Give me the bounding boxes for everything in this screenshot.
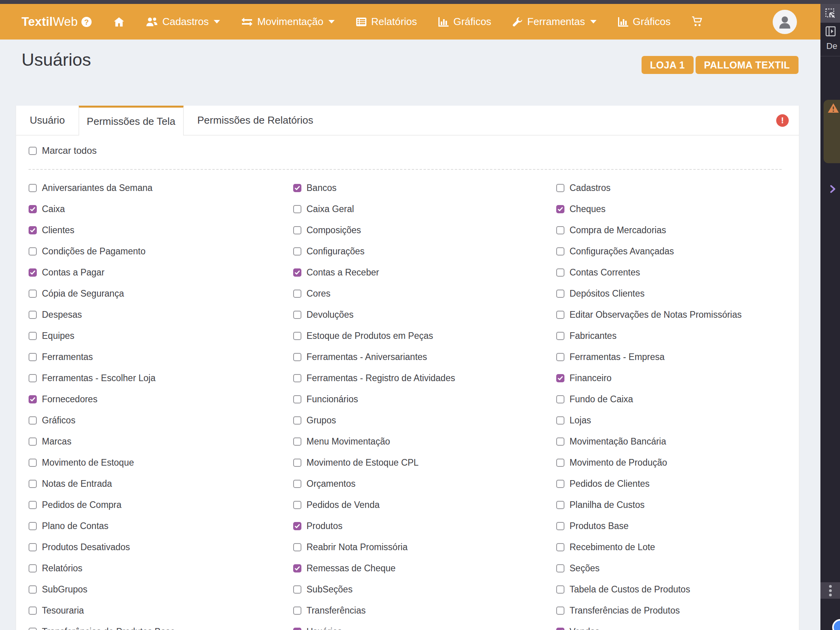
- nav-ferramentas[interactable]: Ferramentas: [512, 16, 596, 28]
- nav-movimentacao[interactable]: Movimentação: [241, 16, 335, 28]
- tab-usuario[interactable]: Usuário: [16, 106, 79, 135]
- permission-checkbox[interactable]: [29, 480, 37, 488]
- permission-item[interactable]: Caixa: [29, 204, 65, 214]
- permission-checkbox[interactable]: [556, 395, 564, 403]
- permission-checkbox[interactable]: [293, 607, 301, 615]
- permission-checkbox[interactable]: [29, 374, 37, 382]
- permission-checkbox[interactable]: [29, 268, 37, 277]
- permission-item[interactable]: Financeiro: [556, 373, 611, 383]
- permission-item[interactable]: Compra de Mercadorias: [556, 225, 666, 236]
- permission-item[interactable]: Pedidos de Clientes: [556, 479, 650, 489]
- permission-item[interactable]: Editar Observações de Notas Promissórias: [556, 310, 742, 320]
- help-icon[interactable]: ?: [81, 17, 92, 27]
- permission-checkbox[interactable]: [29, 247, 37, 256]
- permission-item[interactable]: Funcionários: [293, 394, 358, 405]
- permission-item[interactable]: Configurações Avançadas: [556, 246, 674, 257]
- permission-item[interactable]: Grupos: [293, 415, 336, 426]
- permission-checkbox[interactable]: [556, 501, 564, 509]
- permission-item[interactable]: SubSeções: [293, 584, 353, 595]
- permission-item[interactable]: Despesas: [29, 310, 82, 320]
- permission-checkbox[interactable]: [29, 628, 37, 630]
- permission-checkbox[interactable]: [293, 437, 301, 446]
- permission-checkbox[interactable]: [556, 564, 564, 572]
- permission-item[interactable]: Gráficos: [29, 415, 76, 426]
- tab-permissoes-relatorios[interactable]: Permissões de Relatórios: [184, 106, 327, 135]
- permission-item[interactable]: Planilha de Custos: [556, 500, 645, 510]
- permission-checkbox[interactable]: [29, 607, 37, 615]
- permission-item[interactable]: Movimento de Estoque CPL: [293, 457, 418, 468]
- permission-item[interactable]: Fornecedores: [29, 394, 97, 405]
- permission-checkbox[interactable]: [293, 268, 301, 277]
- nav-graficos[interactable]: Gráficos: [438, 16, 491, 28]
- permission-item[interactable]: Produtos Desativados: [29, 542, 130, 553]
- permission-checkbox[interactable]: [293, 628, 301, 630]
- permission-item[interactable]: Produtos Base: [556, 521, 629, 531]
- permission-item[interactable]: Ferramentas - Registro de Atividades: [293, 373, 455, 383]
- permission-checkbox[interactable]: [29, 290, 37, 298]
- permission-checkbox[interactable]: [293, 459, 301, 467]
- permission-checkbox[interactable]: [556, 374, 564, 382]
- permission-item[interactable]: Composições: [293, 225, 361, 236]
- permission-checkbox[interactable]: [556, 247, 564, 256]
- nav-cart[interactable]: [692, 16, 703, 27]
- permission-item[interactable]: Cópia de Segurança: [29, 288, 124, 299]
- permission-checkbox[interactable]: [293, 332, 301, 340]
- nav-home[interactable]: [114, 17, 124, 27]
- permission-checkbox[interactable]: [556, 543, 564, 551]
- expand-chevron[interactable]: [830, 185, 836, 195]
- permission-checkbox[interactable]: [293, 290, 301, 298]
- permission-checkbox[interactable]: [556, 480, 564, 488]
- permission-checkbox[interactable]: [293, 543, 301, 551]
- permission-item[interactable]: Cheques: [556, 204, 606, 214]
- permission-item[interactable]: Movimento de Produção: [556, 457, 667, 468]
- permission-checkbox[interactable]: [29, 416, 37, 425]
- permission-checkbox[interactable]: [556, 205, 564, 213]
- permission-checkbox[interactable]: [29, 353, 37, 361]
- permission-item[interactable]: Fundo de Caixa: [556, 394, 633, 405]
- permission-item[interactable]: Ferramentas - Aniversariantes: [293, 352, 427, 362]
- user-avatar[interactable]: [773, 10, 797, 34]
- select-all-row[interactable]: Marcar todos: [29, 145, 97, 156]
- permission-checkbox[interactable]: [29, 459, 37, 467]
- permission-item[interactable]: Relatórios: [29, 563, 83, 574]
- permission-checkbox[interactable]: [29, 543, 37, 551]
- permission-item[interactable]: Remessas de Cheque: [293, 563, 396, 574]
- permission-checkbox[interactable]: [556, 459, 564, 467]
- permission-item[interactable]: Transferências: [293, 605, 366, 616]
- permission-item[interactable]: Transferências de Produtos Base: [29, 626, 175, 630]
- permission-item[interactable]: Usuários: [293, 626, 342, 630]
- permission-checkbox[interactable]: [293, 226, 301, 234]
- permission-checkbox[interactable]: [29, 205, 37, 213]
- permission-item[interactable]: Orçamentos: [293, 479, 355, 489]
- permission-item[interactable]: Ferramentas: [29, 352, 93, 362]
- permission-checkbox[interactable]: [556, 268, 564, 277]
- permission-item[interactable]: Cadastros: [556, 183, 611, 193]
- select-all-checkbox[interactable]: [29, 147, 37, 155]
- inspect-button[interactable]: [820, 4, 840, 23]
- company-badge[interactable]: PALLOMA TEXTIL: [696, 56, 799, 74]
- permission-item[interactable]: Vendas: [556, 626, 600, 630]
- store-badge[interactable]: LOJA 1: [642, 56, 694, 74]
- permission-checkbox[interactable]: [29, 395, 37, 403]
- permission-item[interactable]: Pedidos de Venda: [293, 500, 380, 510]
- permission-checkbox[interactable]: [556, 226, 564, 234]
- permission-checkbox[interactable]: [29, 564, 37, 572]
- permission-item[interactable]: Estoque de Produtos em Peças: [293, 331, 433, 341]
- permission-checkbox[interactable]: [29, 226, 37, 234]
- permission-checkbox[interactable]: [556, 628, 564, 630]
- permission-checkbox[interactable]: [293, 522, 301, 530]
- permission-item[interactable]: Contas a Pagar: [29, 267, 105, 278]
- permission-checkbox[interactable]: [293, 564, 301, 572]
- permission-item[interactable]: Menu Movimentação: [293, 436, 390, 447]
- permission-checkbox[interactable]: [293, 184, 301, 192]
- permission-item[interactable]: Ferramentas - Escolher Loja: [29, 373, 155, 383]
- permission-checkbox[interactable]: [293, 311, 301, 319]
- panel-toggle-icon[interactable]: [826, 26, 840, 38]
- floating-action-button[interactable]: [832, 619, 840, 630]
- permission-checkbox[interactable]: [29, 585, 37, 594]
- permission-item[interactable]: Aniversariantes da Semana: [29, 183, 153, 193]
- permission-item[interactable]: Configurações: [293, 246, 364, 257]
- permission-item[interactable]: Movimentação Bancária: [556, 436, 666, 447]
- permission-checkbox[interactable]: [556, 437, 564, 446]
- nav-graficos-2[interactable]: Gráficos: [618, 16, 671, 28]
